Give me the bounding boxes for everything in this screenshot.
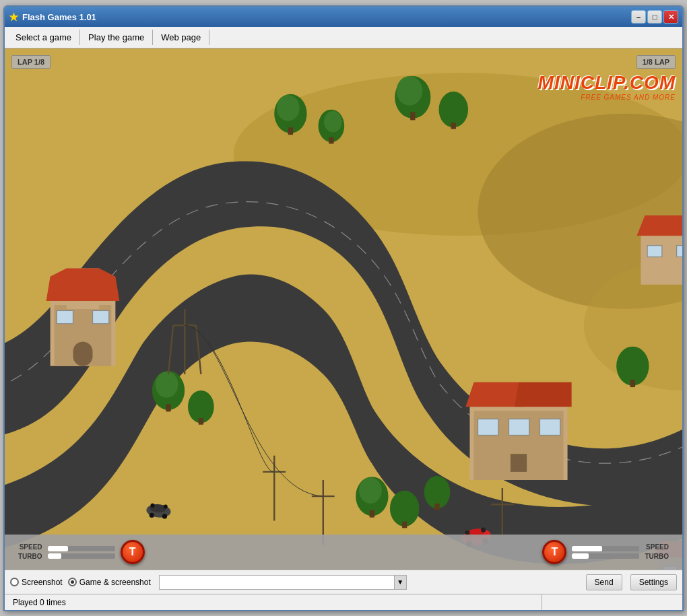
svg-rect-56 — [478, 419, 498, 435]
bottom-hud: SPEED TURBO T T — [5, 535, 682, 570]
logo-main-text: MINICLIP.COM — [538, 72, 676, 94]
svg-point-31 — [390, 491, 420, 526]
svg-rect-63 — [677, 246, 682, 257]
title-left: ★ Flash Games 1.01 — [9, 11, 96, 24]
screenshot-radio-dot — [10, 578, 19, 586]
lap-counter-right: 1/8 LAP — [636, 55, 676, 69]
svg-rect-58 — [539, 419, 560, 435]
tab-select-game[interactable]: Select a game — [7, 30, 80, 45]
player2-speed-fill — [572, 546, 602, 551]
window-title: Flash Games 1.01 — [22, 12, 96, 22]
svg-rect-44 — [73, 341, 92, 366]
player2-speed-bar — [572, 546, 639, 551]
player2-speed-label: SPEED — [645, 543, 669, 552]
settings-button[interactable]: Settings — [630, 574, 677, 590]
svg-rect-20 — [410, 112, 415, 120]
player1-turbo-bar — [48, 553, 115, 559]
player1-turbo-label: TURBO — [18, 552, 42, 561]
svg-rect-25 — [166, 404, 170, 411]
svg-rect-30 — [370, 510, 374, 518]
game-dropdown[interactable] — [159, 575, 395, 590]
svg-point-24 — [156, 372, 178, 398]
svg-point-16 — [324, 111, 342, 132]
status-bar: Played 0 times — [5, 594, 682, 610]
player1-bars — [48, 546, 115, 559]
player1-speed-label: SPEED — [18, 543, 42, 552]
svg-rect-60 — [641, 236, 682, 285]
status-played: Played 0 times — [10, 594, 542, 610]
minimize-button[interactable]: – — [631, 10, 646, 24]
screenshot-radio[interactable]: Screenshot — [10, 578, 63, 587]
svg-point-13 — [277, 95, 300, 121]
player2-hud: T SPEED TURBO — [542, 540, 669, 564]
svg-rect-36 — [630, 380, 635, 387]
menu-bar: Select a game Play the game Web page — [5, 27, 682, 48]
app-icon: ★ — [9, 11, 18, 24]
player2-turbo-button[interactable]: T — [542, 540, 566, 564]
svg-rect-59 — [511, 454, 527, 472]
controls-bar: Screenshot Game & screenshot ▼ Send Sett… — [5, 570, 682, 594]
player1-turbo-fill — [48, 553, 61, 559]
svg-rect-14 — [288, 127, 293, 135]
svg-rect-50 — [57, 310, 73, 323]
maximize-button[interactable]: □ — [647, 10, 662, 24]
game-screenshot-radio[interactable]: Game & screenshot — [68, 578, 151, 587]
player1-turbo-button[interactable]: T — [121, 540, 145, 564]
svg-rect-62 — [647, 246, 662, 257]
svg-marker-49 — [46, 269, 120, 301]
miniclip-logo: MINICLIP.COM FREE GAMES AND MORE — [538, 72, 676, 101]
game-screenshot-radio-dot — [68, 578, 77, 586]
svg-rect-34 — [434, 504, 439, 510]
title-bar: ★ Flash Games 1.01 – □ ✕ — [5, 7, 682, 27]
svg-rect-22 — [451, 123, 456, 129]
svg-marker-55 — [515, 382, 572, 407]
player2-bars — [572, 546, 639, 559]
player2-turbo-fill — [572, 553, 589, 559]
player2-turbo-label: TURBO — [645, 552, 669, 561]
svg-rect-32 — [402, 522, 407, 528]
tab-play-game[interactable]: Play the game — [80, 30, 153, 45]
svg-rect-17 — [329, 137, 333, 144]
svg-point-29 — [359, 477, 382, 504]
player2-turbo-bar — [572, 553, 639, 559]
svg-marker-54 — [465, 382, 523, 407]
dropdown-arrow[interactable]: ▼ — [395, 575, 407, 590]
svg-rect-27 — [199, 418, 203, 425]
played-times-text: Played 0 times — [13, 598, 66, 607]
svg-rect-51 — [93, 310, 109, 323]
tab-web-page[interactable]: Web page — [153, 30, 209, 45]
title-controls: – □ ✕ — [631, 10, 678, 24]
close-button[interactable]: ✕ — [663, 10, 678, 24]
main-window: ★ Flash Games 1.01 – □ ✕ Select a game P… — [3, 5, 684, 611]
svg-point-35 — [616, 347, 649, 386]
player1-speed-bar — [48, 546, 115, 551]
svg-point-19 — [397, 76, 423, 106]
radio-group: Screenshot Game & screenshot — [10, 578, 151, 587]
player1-hud: SPEED TURBO T — [18, 540, 145, 564]
game-area: START — [5, 48, 682, 570]
svg-point-21 — [438, 92, 468, 127]
svg-rect-57 — [509, 419, 529, 435]
track-svg: START — [5, 48, 682, 570]
player2-labels: SPEED TURBO — [645, 543, 669, 561]
player1-speed-fill — [48, 546, 68, 551]
send-button[interactable]: Send — [586, 574, 622, 590]
screenshot-label: Screenshot — [22, 578, 63, 587]
game-screenshot-label: Game & screenshot — [79, 578, 151, 587]
logo-sub-text: FREE GAMES AND MORE — [538, 94, 676, 101]
status-panel2 — [542, 594, 677, 610]
lap-counter-left: LAP 1/8 — [11, 55, 51, 69]
player1-labels: SPEED TURBO — [18, 543, 42, 561]
